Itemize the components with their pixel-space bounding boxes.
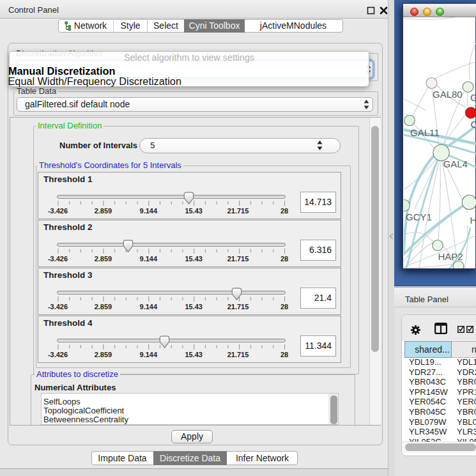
svg-text:HIS: HIS <box>470 215 476 226</box>
svg-text:GAL: GAL <box>470 92 476 103</box>
svg-text:GAL80: GAL80 <box>433 89 463 100</box>
svg-text:GCY1: GCY1 <box>406 211 432 222</box>
svg-text:HAP2: HAP2 <box>438 251 463 262</box>
svg-text:GAL4: GAL4 <box>443 158 468 169</box>
svg-text:CR: CR <box>471 119 476 130</box>
svg-text:GAL11: GAL11 <box>410 127 440 138</box>
